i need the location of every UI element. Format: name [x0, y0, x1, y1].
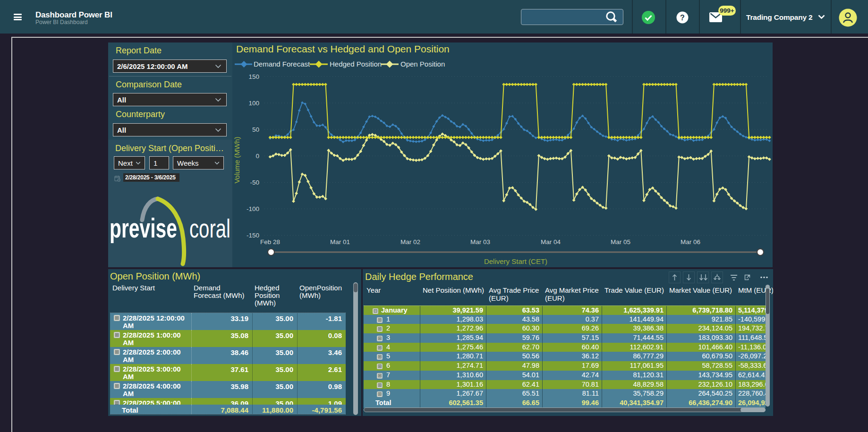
svg-text:Mar 05: Mar 05 [611, 238, 630, 246]
svg-text:150: 150 [248, 73, 259, 80]
svg-text:Volume (MWh): Volume (MWh) [233, 136, 241, 183]
svg-text:Mar 04: Mar 04 [541, 238, 561, 246]
svg-text:Demand Forecast vs Hedged and: Demand Forecast vs Hedged and Open Posit… [236, 43, 450, 54]
svg-text:Mar 06: Mar 06 [681, 238, 700, 246]
svg-text:Feb 28: Feb 28 [260, 238, 280, 246]
svg-text:-100: -100 [247, 205, 259, 212]
svg-text:Delivery Start (CET): Delivery Start (CET) [484, 257, 547, 265]
svg-text:coral: coral [189, 213, 230, 243]
svg-text:100: 100 [248, 100, 259, 107]
svg-text:Mar 03: Mar 03 [470, 238, 490, 246]
svg-text:?: ? [680, 14, 685, 22]
svg-text:previse: previse [110, 212, 177, 243]
svg-text:-150: -150 [247, 232, 259, 239]
svg-text:Demand Forecast: Demand Forecast [254, 60, 310, 68]
svg-text:Mar 01: Mar 01 [330, 238, 350, 246]
svg-text:Mar 02: Mar 02 [400, 238, 420, 246]
svg-text:Hedged Position: Hedged Position [330, 60, 382, 68]
svg-text:Open Position: Open Position [400, 60, 445, 68]
svg-text:0: 0 [255, 152, 259, 160]
svg-text:-50: -50 [250, 179, 259, 186]
svg-text:50: 50 [252, 126, 259, 133]
